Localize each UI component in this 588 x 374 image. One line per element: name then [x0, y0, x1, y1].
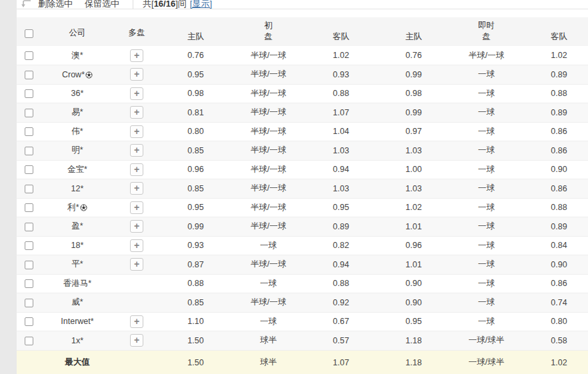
- initial-handicap: 一球: [232, 274, 305, 293]
- max-initial-handicap: 球半: [232, 350, 305, 374]
- expand-plus-button[interactable]: +: [130, 201, 143, 214]
- bookmaker-row: 澳* + 0.76 半球/一球 1.02 0.76 半球/一球 1.02: [17, 46, 588, 65]
- live-home-odds: 1.18: [377, 331, 450, 351]
- odds-table-header: 公司 多盘 初 即时 主队 盘 客队 主队 盘 客队: [17, 17, 588, 46]
- company-name: 金宝*: [67, 165, 87, 174]
- keep-selected-button[interactable]: 保留选中: [83, 0, 121, 9]
- row-checkbox[interactable]: [25, 165, 33, 174]
- show-link[interactable]: [显示]: [190, 0, 212, 9]
- bookmaker-count-summary: 共[16/16]间: [143, 0, 187, 9]
- initial-home-odds: 0.76: [159, 46, 232, 65]
- main-panel: 删除选中 保留选中 共[16/16]间 [显示] 公司 多盘 初 即时 主队 盘: [17, 0, 588, 374]
- live-away-odds: 1.02: [523, 46, 588, 65]
- select-all-checkbox[interactable]: [25, 29, 33, 38]
- initial-handicap: 半球/一球: [232, 46, 305, 65]
- row-checkbox[interactable]: [25, 203, 33, 212]
- live-home-odds: 0.95: [377, 312, 450, 331]
- expand-plus-button[interactable]: +: [130, 239, 143, 252]
- company-name: 香港马*: [63, 279, 91, 288]
- live-home-odds: 0.96: [377, 236, 450, 255]
- initial-away-odds: 0.82: [305, 236, 377, 255]
- initial-away-odds: 0.93: [305, 65, 377, 85]
- initial-home-odds: 0.99: [159, 217, 232, 237]
- row-checkbox[interactable]: [25, 299, 33, 307]
- live-handicap: 一球: [450, 65, 523, 85]
- column-header-multi: 多盘: [114, 17, 159, 46]
- initial-away-odds: 0.57: [305, 331, 377, 351]
- live-home-odds: 1.00: [377, 160, 450, 179]
- initial-away-odds: 0.94: [305, 160, 377, 179]
- live-handicap: 半球/一球: [450, 46, 523, 65]
- initial-away-odds: 0.94: [305, 255, 377, 275]
- expand-plus-button[interactable]: +: [130, 163, 143, 176]
- summary-suffix: ]间: [175, 0, 187, 9]
- initial-handicap: 半球/一球: [232, 217, 305, 237]
- row-checkbox[interactable]: [25, 279, 33, 288]
- initial-home-odds: 0.95: [159, 65, 232, 85]
- row-checkbox[interactable]: [25, 89, 33, 98]
- row-checkbox[interactable]: [25, 51, 33, 60]
- summary-prefix: 共[: [143, 0, 154, 9]
- bookmaker-row: 盈* + 0.99 半球/一球 0.89 1.01 一球 0.89: [17, 217, 588, 237]
- row-checkbox[interactable]: [25, 223, 33, 231]
- company-name: Crow*: [62, 70, 85, 79]
- bookmaker-row: Interwet* + 1.10 一球 0.67 0.95 一球 0.80: [17, 312, 588, 331]
- expand-plus-button[interactable]: +: [130, 49, 143, 62]
- live-away-odds: 0.86: [523, 141, 588, 161]
- initial-handicap: 半球/一球: [232, 103, 305, 123]
- row-checkbox[interactable]: [25, 127, 33, 136]
- toolbar-divider: [133, 0, 133, 9]
- company-name: Interwet*: [61, 317, 93, 326]
- row-checkbox[interactable]: [25, 261, 33, 269]
- row-checkbox[interactable]: [25, 317, 33, 326]
- initial-away-odds: 0.88: [305, 274, 377, 293]
- live-handicap: 一球: [450, 84, 523, 103]
- expand-plus-button[interactable]: +: [130, 220, 143, 233]
- live-handicap: 一球: [450, 103, 523, 123]
- expand-plus-button[interactable]: +: [130, 315, 143, 328]
- bookmaker-row: 伟* + 0.80 半球/一球 1.04 0.97 一球 0.86: [17, 122, 588, 141]
- expand-plus-button[interactable]: +: [130, 258, 143, 271]
- expand-plus-button[interactable]: +: [130, 87, 143, 100]
- row-checkbox[interactable]: [25, 147, 33, 155]
- company-name: 伟*: [71, 127, 83, 136]
- initial-handicap: 半球/一球: [232, 179, 305, 199]
- column-header-initial-home: 主队: [159, 31, 232, 46]
- live-away-odds: 0.89: [523, 217, 588, 237]
- company-name: 威*: [71, 297, 83, 307]
- live-handicap: 一球: [450, 236, 523, 255]
- company-name: 利*: [67, 203, 79, 212]
- odds-table: 公司 多盘 初 即时 主队 盘 客队 主队 盘 客队 澳* + 0.76 半球/…: [17, 17, 588, 374]
- expand-plus-button[interactable]: +: [130, 106, 143, 119]
- row-checkbox[interactable]: [25, 337, 33, 345]
- max-initial-away: 1.07: [305, 350, 377, 374]
- company-name: 平*: [71, 259, 83, 269]
- expand-plus-button[interactable]: +: [130, 144, 143, 157]
- initial-home-odds: 0.85: [159, 179, 232, 199]
- initial-home-odds: 1.50: [159, 331, 232, 351]
- row-checkbox[interactable]: [25, 241, 33, 250]
- expand-plus-button[interactable]: +: [130, 182, 143, 195]
- initial-handicap: 半球/一球: [232, 84, 305, 103]
- company-name: 易*: [71, 107, 83, 117]
- expand-plus-button[interactable]: +: [130, 68, 143, 81]
- column-header-initial-away: 客队: [305, 31, 377, 46]
- company-name: 12*: [71, 184, 84, 193]
- delete-selected-button[interactable]: 删除选中: [37, 0, 74, 9]
- max-initial-home: 1.50: [159, 350, 232, 374]
- initial-home-odds: 0.95: [159, 198, 232, 217]
- bookmaker-row: 香港马* 0.88 一球 0.88 0.90 一球 0.86: [17, 274, 588, 293]
- row-checkbox[interactable]: [25, 185, 33, 193]
- row-checkbox[interactable]: [25, 71, 33, 79]
- max-live-away: 1.02: [523, 350, 588, 374]
- expand-plus-button[interactable]: +: [130, 334, 143, 347]
- bookmaker-row: 易* + 0.81 半球/一球 1.07 0.99 一球 0.89: [17, 103, 588, 123]
- live-away-odds: 0.90: [523, 160, 588, 179]
- expand-plus-button[interactable]: +: [130, 125, 143, 138]
- live-home-odds: 0.97: [377, 122, 450, 141]
- column-header-initial-handicap: 盘: [232, 31, 305, 46]
- company-name: 盈*: [71, 221, 83, 231]
- company-name: 36*: [71, 89, 84, 98]
- row-checkbox[interactable]: [25, 109, 33, 117]
- initial-handicap: 半球/一球: [232, 255, 305, 275]
